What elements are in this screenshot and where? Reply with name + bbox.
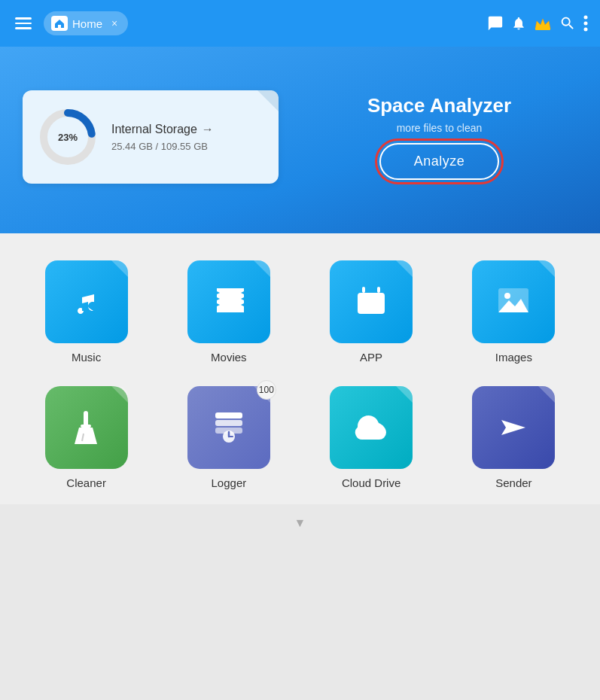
home-icon: [51, 16, 68, 31]
top-bar-actions: [487, 15, 588, 32]
storage-arrow-icon: →: [202, 123, 214, 136]
home-tab-label: Home: [72, 17, 102, 30]
svg-rect-21: [215, 412, 242, 418]
images-label: Images: [495, 351, 532, 364]
top-bar: Home ×: [0, 0, 600, 47]
svg-point-4: [584, 28, 588, 32]
svg-point-11: [363, 301, 367, 306]
app-label: APP: [360, 351, 382, 364]
svg-rect-9: [377, 287, 380, 293]
svg-point-2: [584, 16, 588, 20]
storage-card[interactable]: 23% Internal Storage → 25.44 GB / 109.55…: [23, 90, 279, 184]
storage-size: 25.44 GB / 109.55 GB: [111, 141, 214, 152]
logger-label: Logger: [212, 476, 247, 489]
apps-grid: MusicMoviesAPPImagesCleaner100LoggerClou…: [23, 260, 577, 489]
chat-icon[interactable]: [487, 15, 504, 32]
app-item-music[interactable]: Music: [23, 260, 150, 364]
app-item-cloud-drive[interactable]: Cloud Drive: [308, 386, 435, 489]
cloud-drive-label: Cloud Drive: [342, 476, 401, 489]
images-icon: [472, 260, 555, 343]
hamburger-icon[interactable]: [12, 14, 35, 32]
svg-rect-10: [358, 293, 385, 314]
storage-name: Internal Storage →: [111, 123, 214, 136]
app-item-logger[interactable]: 100Logger: [165, 386, 292, 489]
svg-rect-28: [364, 435, 374, 437]
cleaner-icon: [45, 386, 128, 469]
music-label: Music: [72, 351, 101, 364]
svg-point-15: [504, 293, 510, 299]
more-icon[interactable]: [583, 15, 588, 32]
bottom-indicator: ▼: [0, 504, 600, 536]
svg-rect-8: [362, 287, 365, 293]
sender-icon: [472, 386, 555, 469]
storage-info: Internal Storage → 25.44 GB / 109.55 GB: [111, 123, 214, 152]
music-icon: [45, 260, 128, 343]
hero-section: 23% Internal Storage → 25.44 GB / 109.55…: [0, 47, 600, 233]
movies-label: Movies: [211, 351, 247, 364]
svg-rect-22: [215, 420, 242, 426]
svg-marker-0: [535, 19, 550, 29]
app-item-cleaner[interactable]: Cleaner: [23, 386, 150, 489]
hero-subtitle: more files to clean: [397, 122, 483, 134]
svg-rect-27: [368, 431, 370, 438]
logger-badge: 100: [257, 380, 276, 400]
logger-icon: 100: [187, 386, 270, 469]
crown-icon[interactable]: [534, 17, 552, 30]
storage-percent: 23%: [58, 132, 78, 143]
cleaner-label: Cleaner: [66, 476, 106, 489]
app-item-images[interactable]: Images: [450, 260, 577, 364]
app-item-sender[interactable]: Sender: [450, 386, 577, 489]
movies-icon: [187, 260, 270, 343]
svg-rect-13: [365, 308, 377, 310]
svg-rect-1: [535, 28, 550, 30]
app-item-movies[interactable]: Movies: [165, 260, 292, 364]
app-item-app[interactable]: APP: [308, 260, 435, 364]
sender-label: Sender: [495, 476, 531, 489]
search-icon[interactable]: [559, 15, 576, 32]
space-analyzer-title: Space Analyzer: [367, 94, 511, 117]
notification-icon[interactable]: [511, 15, 526, 32]
close-tab-icon[interactable]: ×: [111, 17, 117, 29]
app-icon: [330, 260, 413, 343]
svg-point-3: [584, 22, 588, 26]
svg-point-12: [375, 301, 379, 306]
home-tab[interactable]: Home ×: [44, 11, 128, 35]
apps-section: MusicMoviesAPPImagesCleaner100LoggerClou…: [0, 233, 600, 504]
analyze-button[interactable]: Analyze: [379, 143, 500, 180]
scroll-down-icon: ▼: [294, 516, 306, 530]
cloud-drive-icon: [330, 386, 413, 469]
storage-donut: 23%: [38, 107, 98, 167]
hero-right: Space Analyzer more files to clean Analy…: [301, 94, 577, 180]
svg-marker-19: [75, 428, 97, 444]
svg-rect-18: [81, 425, 91, 428]
